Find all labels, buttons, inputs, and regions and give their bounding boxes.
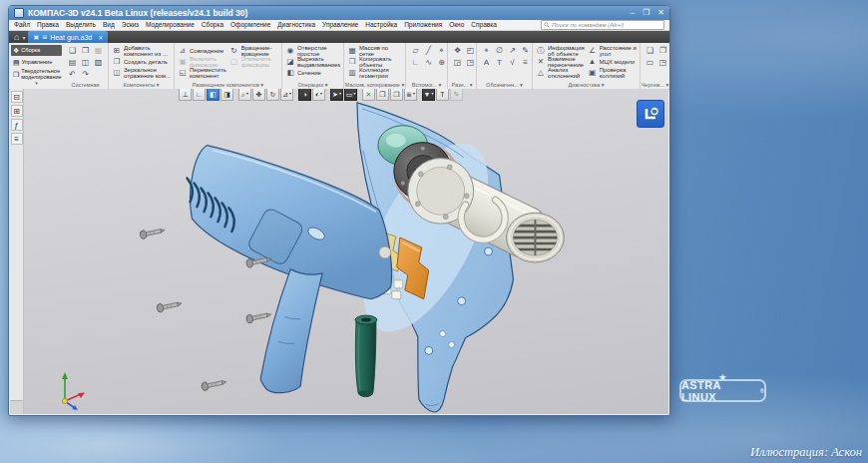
diameter-icon[interactable]: ∅ xyxy=(493,45,506,57)
viewport-3d[interactable]: ⊥∟◧◨⌕▾✥↻⊿▾◑◐▾➤▾▭▾✕❒❐≣▾▼▾T✎ xyxy=(24,89,668,414)
dimension-icon[interactable]: ⌖ xyxy=(480,45,493,57)
collision-check-button[interactable]: ▣Проверка коллизий xyxy=(588,67,638,78)
saved-views-button[interactable]: ◨ xyxy=(220,89,233,101)
menu-item-8[interactable]: Оформление xyxy=(230,22,270,29)
menu-item-4[interactable]: Вид xyxy=(103,22,115,29)
explode-view-icon[interactable]: ❖ xyxy=(451,45,464,57)
mode-caret-icon[interactable]: ▾ xyxy=(11,81,62,86)
menu-item-13[interactable]: Окно xyxy=(449,22,464,29)
pan-button[interactable]: ✥ xyxy=(252,89,265,101)
stamp-icon[interactable]: ▧ xyxy=(92,57,105,69)
assemble-icon[interactable]: ◳ xyxy=(464,57,477,69)
mirror-component-button[interactable]: ◫Зеркальное отражение ком... xyxy=(112,67,171,78)
menu-item-1[interactable]: Файл xyxy=(14,22,30,29)
undo-icon[interactable]: ↶ xyxy=(66,69,79,81)
selection-mode-button[interactable]: ➤▾ xyxy=(330,89,343,101)
menu-item-6[interactable]: Моделирование xyxy=(146,22,195,29)
composition-panel-button[interactable]: ⊞ xyxy=(11,105,23,117)
coordinate-systems-button[interactable]: ⊿▾ xyxy=(280,89,293,101)
zoom-button[interactable]: ⌕▾ xyxy=(238,89,251,101)
connection-point-icon[interactable]: ⊕ xyxy=(435,57,448,69)
redo-icon[interactable]: ↷ xyxy=(79,69,92,81)
minimize-button[interactable]: – xyxy=(631,9,635,17)
object-info-button[interactable]: ⓘИнформация об объекте xyxy=(536,45,586,56)
menu-item-3[interactable]: Выделить xyxy=(66,22,96,29)
filter-objects-button[interactable]: ▼▾ xyxy=(422,89,435,101)
drawing-section-icon[interactable]: ❐ xyxy=(656,45,669,57)
title-bar[interactable]: КОМПАС-3D v24.1 Beta Linux (releases/v24… xyxy=(9,6,669,20)
exclude-objects-button[interactable]: ✕ xyxy=(362,89,375,101)
menu-item-14[interactable]: Справка xyxy=(471,22,497,29)
grid-pattern-button[interactable]: ▦Массив по сетке xyxy=(347,45,402,56)
simple-hole-button[interactable]: ◉Отверстие простое xyxy=(285,45,340,56)
model-cord-grip[interactable] xyxy=(355,315,377,397)
create-part-button[interactable]: ❒Создать деталь xyxy=(112,56,171,67)
section-display-button[interactable]: ❒ xyxy=(376,89,389,101)
datum-point-icon[interactable]: ⌖ xyxy=(435,45,448,57)
command-search-input[interactable] xyxy=(552,22,661,29)
distance-angle-button[interactable]: ∠Расстояние и угол xyxy=(588,45,638,56)
menu-item-5[interactable]: Эскиз xyxy=(122,22,139,29)
deviation-analysis-button[interactable]: △Анализ отклонений xyxy=(536,67,586,78)
note-icon[interactable]: ✎ xyxy=(519,45,532,57)
menu-item-10[interactable]: Управление xyxy=(322,22,358,29)
text-icon[interactable]: Т xyxy=(493,57,506,69)
slice-icon[interactable]: ◲ xyxy=(451,57,464,69)
drawing-view-icon[interactable]: ❏ xyxy=(644,45,656,57)
datum-axis-icon[interactable]: ╱ xyxy=(422,45,435,57)
design-tree-panel-button[interactable]: ⊟ xyxy=(11,91,23,103)
preview-icon[interactable]: ◫ xyxy=(79,57,92,69)
mode-tab-management[interactable]: ▤Управление xyxy=(11,57,62,68)
menu-item-11[interactable]: Настройка xyxy=(365,22,397,29)
datum-label-icon[interactable]: А xyxy=(480,57,493,69)
add-component-button[interactable]: ⊞Добавить компонент из ... xyxy=(112,45,171,56)
geometry-collection-button[interactable]: ▥Коллекция геометрии xyxy=(347,67,402,78)
display-options-button[interactable]: ≣▾ xyxy=(404,89,417,101)
new-document-icon[interactable]: ❏ xyxy=(66,45,79,57)
drawing-detail-icon[interactable]: ▭ xyxy=(644,57,656,69)
render-mode-button[interactable]: ◐▾ xyxy=(312,89,325,101)
chevron-down-icon[interactable]: ▾ xyxy=(21,34,28,41)
open-document-icon[interactable]: ❒ xyxy=(79,45,92,57)
variables-panel-button[interactable]: ƒ xyxy=(11,119,23,131)
copy-objects-button[interactable]: ❐Копировать объекты xyxy=(347,56,402,67)
maximize-button[interactable]: ❐ xyxy=(643,9,650,17)
orientation-cube-button[interactable] xyxy=(637,100,664,128)
isometry-view-button[interactable]: ◧ xyxy=(207,89,219,101)
rotate-view-button[interactable]: ↻ xyxy=(266,89,279,101)
menu-item-9[interactable]: Диагностика xyxy=(277,22,315,29)
menu-item-2[interactable]: Правка xyxy=(37,22,59,29)
frame-selection-button[interactable]: ▭▾ xyxy=(344,89,357,101)
tab-close-icon[interactable]: ✕ xyxy=(98,34,103,41)
hide-components-button[interactable]: ❐ xyxy=(390,89,403,101)
home-icon[interactable]: ⌂ xyxy=(12,33,21,42)
tolerance-frame-icon[interactable]: ≡ xyxy=(519,57,532,69)
move-component-button[interactable]: ◱Переместить компонент xyxy=(178,67,227,78)
mutual-intersection-button[interactable]: ✕Взаимное пересечение xyxy=(536,56,586,67)
perpendicular-button[interactable]: ⊥ xyxy=(179,89,192,101)
drawing-layout-icon[interactable]: ◳ xyxy=(656,57,669,69)
datum-curve-icon[interactable]: ∿ xyxy=(422,57,435,69)
leader-icon[interactable]: ↗ xyxy=(506,45,519,57)
mode-tab-solid-modeling[interactable]: ❐Твердотельное моделирование xyxy=(11,69,62,80)
close-button[interactable]: ✕ xyxy=(657,9,664,17)
cut-extrude-button[interactable]: ◪Вырезать выдавливанием xyxy=(285,56,340,67)
menu-item-12[interactable]: Приложения xyxy=(404,22,442,29)
mode-tab-assembly[interactable]: ❖Сборка xyxy=(11,45,62,56)
mate-rotation-button[interactable]: ↻Вращение-вращение xyxy=(229,45,279,56)
mass-properties-button[interactable]: ▲МЦХ модели xyxy=(588,56,638,67)
local-csys-icon[interactable]: ∟ xyxy=(409,57,422,69)
print-icon[interactable]: ▤ xyxy=(66,57,79,69)
properties-panel-button[interactable]: ≡ xyxy=(11,133,23,145)
tab-heat-gun[interactable]: ▣ ⊞ Heat gun.a3d ✕ xyxy=(28,31,108,43)
dimensions-display-button[interactable]: T xyxy=(436,89,449,101)
orientation-xyz-button[interactable]: ∟ xyxy=(193,89,206,101)
heat-gun-model[interactable] xyxy=(24,89,668,414)
roughness-icon[interactable]: √ xyxy=(506,57,519,69)
quick-display-button[interactable]: ◑ xyxy=(298,89,311,101)
arrange-components-icon[interactable]: ◰ xyxy=(464,45,477,57)
command-search[interactable] xyxy=(541,20,664,30)
section-button[interactable]: ◧Сечение xyxy=(285,67,340,78)
mate-coincident-button[interactable]: ⊿Совпадение xyxy=(178,45,227,56)
datum-plane-icon[interactable]: ▱ xyxy=(409,45,422,57)
